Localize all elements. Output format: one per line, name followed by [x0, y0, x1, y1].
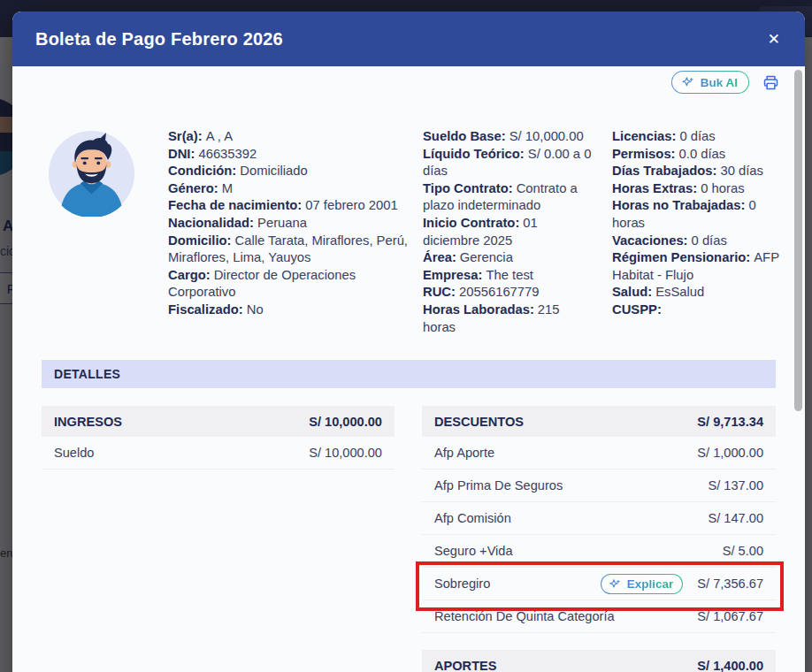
- field-value: Gerencia: [460, 250, 513, 264]
- field-label: Vacaciones:: [612, 233, 688, 248]
- employee-field: Sr(a):A , A: [168, 128, 414, 146]
- employee-field: Días Trabajados:30 días: [612, 163, 789, 180]
- modal-scrollbar: [793, 66, 804, 672]
- row-label: Sueldo: [54, 446, 309, 460]
- row-value: S/ 137.00: [709, 478, 763, 493]
- table-row: Afp Prima De Seguros S/ 137.00: [422, 470, 776, 502]
- field-label: Líquido Teórico:: [423, 147, 525, 161]
- sparkle-icon: [681, 75, 695, 89]
- field-value: 0.0 días: [679, 147, 726, 161]
- field-label: RUC:: [423, 285, 456, 299]
- employee-avatar: [49, 131, 134, 217]
- modal-title: Boleta de Pago Febrero 2026: [35, 29, 283, 50]
- employee-field: Líquido Teórico:S/ 0.00 a 0 días: [423, 146, 594, 180]
- field-value: A , A: [206, 129, 233, 143]
- row-value: S/ 7,356.67: [697, 577, 763, 591]
- field-label: Sueldo Base:: [423, 129, 506, 143]
- aportes-header: APORTES S/ 1,400.00: [422, 650, 776, 672]
- aportes-total: S/ 1,400.00: [697, 659, 763, 672]
- field-value: 0 días: [692, 233, 727, 248]
- row-value: S/ 10,000.00: [309, 446, 382, 460]
- employee-field: Empresa:The test: [423, 267, 594, 285]
- field-value: 20556167779: [459, 285, 540, 299]
- ingresos-table: INGRESOS S/ 10,000.00 Sueldo S/ 10,000.0…: [42, 406, 395, 470]
- payslip-modal: Boleta de Pago Febrero 2026 ✕ Buk AI: [12, 11, 805, 672]
- field-label: Empresa:: [423, 268, 482, 282]
- buk-ai-button[interactable]: Buk AI: [671, 71, 749, 94]
- row-value: S/ 1,000.00: [697, 446, 763, 460]
- field-value: 30 días: [720, 164, 763, 178]
- table-row: Seguro +Vida S/ 5.00: [422, 535, 776, 568]
- employee-field: Inicio Contrato:01 diciembre 2025: [423, 215, 594, 249]
- row-value: S/ 1,067.67: [697, 609, 763, 623]
- field-value: 07 febrero 2001: [305, 198, 397, 212]
- employee-field: Salud:EsSalud: [612, 284, 789, 302]
- field-label: Condición:: [168, 164, 236, 178]
- field-label: Género:: [168, 181, 218, 195]
- buk-ai-button-inner: Buk AI: [672, 72, 748, 93]
- field-label: Cargo:: [168, 268, 211, 282]
- field-label: Régimen Pensionario:: [612, 250, 750, 264]
- row-label: Sobregiro: [434, 577, 601, 591]
- scrollbar-thumb[interactable]: [794, 70, 802, 411]
- print-button[interactable]: [762, 73, 780, 92]
- employee-field: Fiscalizado:No: [168, 302, 414, 319]
- table-row: Sueldo S/ 10,000.00: [42, 437, 395, 470]
- buk-ai-label: Buk AI: [701, 76, 738, 89]
- field-label: Nacionalidad:: [168, 216, 254, 230]
- employee-field: Régimen Pensionario:AFP Habitat - Flujo: [612, 249, 789, 284]
- descuentos-total: S/ 9,713.34: [697, 415, 763, 429]
- row-value: S/ 5.00: [723, 544, 763, 558]
- row-label: Afp Prima De Seguros: [434, 478, 709, 493]
- ingresos-total: S/ 10,000.00: [309, 415, 382, 429]
- close-icon[interactable]: ✕: [764, 28, 784, 50]
- employee-field: Domicilio:Calle Tarata, Miraflores, Perú…: [168, 233, 414, 267]
- detalles-label: DETALLES: [54, 367, 120, 381]
- field-value: Peruana: [257, 216, 307, 230]
- employee-field: Vacaciones:0 días: [612, 233, 789, 250]
- field-value: 0 días: [679, 129, 715, 143]
- employee-field: Nacionalidad:Peruana: [168, 215, 414, 233]
- sparkle-icon: [609, 577, 622, 591]
- ingresos-title: INGRESOS: [54, 415, 122, 429]
- descuentos-header: DESCUENTOS S/ 9,713.34: [422, 406, 776, 437]
- employee-info-column-3: Licencias:0 días Permisos:0.0 días Días …: [612, 128, 789, 319]
- descuentos-title: DESCUENTOS: [434, 415, 524, 429]
- employee-field: Cargo:Director de Operaciones Corporativ…: [168, 267, 414, 302]
- employee-info-column-2: Sueldo Base:S/ 10,000.00 Líquido Teórico…: [423, 128, 594, 336]
- employee-field: Área:Gerencia: [423, 249, 594, 267]
- explicar-button[interactable]: Explicar: [601, 574, 684, 594]
- employee-field: Condición:Domiciliado: [168, 163, 414, 180]
- row-label: Retención De Quinta Categoría: [434, 609, 697, 623]
- field-label: Área:: [423, 250, 456, 264]
- field-value: 46635392: [198, 147, 257, 161]
- employee-field: Licencias:0 días: [612, 128, 789, 146]
- field-label: Salud:: [612, 285, 652, 299]
- employee-field: Sueldo Base:S/ 10,000.00: [423, 128, 594, 146]
- field-value: M: [222, 181, 233, 195]
- explicar-button-inner: Explicar: [601, 575, 683, 593]
- field-label: CUSPP:: [612, 302, 662, 317]
- field-value: Domiciliado: [240, 164, 307, 178]
- field-value: The test: [486, 268, 532, 282]
- field-value: EsSalud: [655, 285, 704, 299]
- field-label: Horas Extras:: [612, 181, 697, 195]
- toolbar: Buk AI: [671, 71, 780, 94]
- field-label: Días Trabajados:: [612, 164, 716, 178]
- employee-field: RUC:20556167779: [423, 284, 594, 302]
- screen: A cio F eru Boleta de Pago Febrero 2026 …: [0, 0, 812, 672]
- field-label: Fiscalizado:: [168, 302, 243, 317]
- employee-field: Fecha de nacimiento:07 febrero 2001: [168, 197, 414, 215]
- field-label: Horas no Trabajadas:: [612, 198, 745, 212]
- row-label: Afp Comisión: [434, 511, 709, 525]
- printer-icon: [762, 73, 780, 92]
- employee-field: DNI:46635392: [168, 146, 414, 164]
- field-label: Inicio Contrato:: [423, 216, 519, 230]
- table-row: Afp Aporte S/ 1,000.00: [422, 437, 776, 470]
- detalles-section-header: DETALLES: [42, 360, 776, 388]
- field-value: 0 horas: [701, 181, 744, 195]
- table-row-sobregiro: Sobregiro Explicar S/ 7,35: [422, 568, 776, 600]
- field-label: Domicilio:: [168, 233, 232, 248]
- employee-field: CUSPP:: [612, 302, 789, 319]
- employee-field: Horas Extras:0 horas: [612, 180, 789, 198]
